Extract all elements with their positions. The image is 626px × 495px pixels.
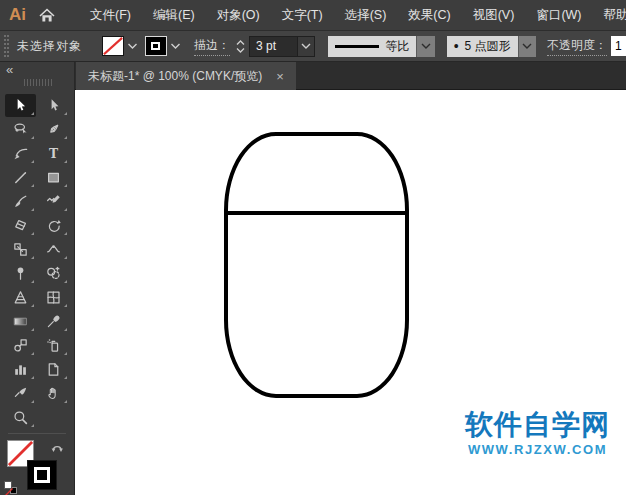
pen-tool[interactable]	[38, 118, 69, 141]
menu-item-window[interactable]: 窗口(W)	[525, 0, 592, 30]
type-tool[interactable]: T	[38, 142, 69, 165]
hand-tool[interactable]	[38, 382, 69, 405]
direct-selection-arrow-icon	[45, 97, 62, 114]
menu-item-edit[interactable]: 编辑(E)	[142, 0, 206, 30]
fill-color-swatch[interactable]	[102, 36, 124, 56]
blend-tool[interactable]	[5, 334, 36, 357]
selection-status: 未选择对象	[17, 38, 82, 55]
shaper-icon	[45, 193, 62, 210]
scale-tool[interactable]	[5, 238, 36, 261]
menu-item-object[interactable]: 对象(O)	[206, 0, 271, 30]
swap-fill-stroke-icon[interactable]	[50, 441, 65, 454]
symbol-sprayer-tool[interactable]	[38, 334, 69, 357]
shape-builder-tool[interactable]	[38, 262, 69, 285]
knife-icon	[12, 385, 29, 402]
eraser-tool[interactable]	[5, 214, 36, 237]
tools-grid: T	[5, 94, 71, 430]
width-profile-select[interactable]: 等比	[328, 36, 416, 57]
width-icon	[45, 241, 62, 258]
puppet-warp-pin-icon	[12, 265, 29, 282]
tab-close-icon[interactable]: ×	[276, 70, 284, 83]
rectangle-icon	[45, 169, 62, 186]
menu-item-effect[interactable]: 效果(C)	[397, 0, 461, 30]
opacity-label[interactable]: 不透明度：	[547, 37, 607, 56]
rotate-icon	[45, 217, 62, 234]
knife-tool[interactable]	[5, 382, 36, 405]
default-fill-stroke-button[interactable]	[4, 481, 17, 494]
watermark: 软件自学网 WWW.RJZXW.COM	[465, 411, 610, 456]
rotate-tool[interactable]	[38, 214, 69, 237]
menu-item-help[interactable]: 帮助(H)	[593, 0, 626, 30]
perspective-grid-icon	[12, 289, 29, 306]
hand-icon	[45, 385, 62, 402]
opacity-input[interactable]: 1	[611, 36, 626, 56]
brush-dropdown[interactable]	[518, 36, 536, 57]
width-profile-value: 等比	[385, 38, 409, 55]
gradient-icon	[12, 313, 29, 330]
zoom-tool[interactable]	[5, 406, 36, 429]
stroke-weight-input[interactable]: 3 pt	[249, 36, 298, 57]
stroke-weight-stepper[interactable]	[236, 40, 245, 53]
puppet-warp-tool[interactable]	[5, 262, 36, 285]
curvature-icon	[12, 145, 29, 162]
artboard-icon	[45, 361, 62, 378]
selection-tool[interactable]	[5, 94, 36, 117]
rounded-rectangle-shape[interactable]	[224, 132, 409, 398]
eyedropper-icon	[45, 313, 62, 330]
curvature-tool[interactable]	[5, 142, 36, 165]
menu-item-file[interactable]: 文件(F)	[79, 0, 142, 30]
watermark-title: 软件自学网	[465, 411, 610, 439]
chevron-down-icon	[127, 42, 138, 50]
stroke-proxy-swatch[interactable]	[27, 460, 57, 490]
scale-icon	[12, 241, 29, 258]
shape-divider-line[interactable]	[224, 211, 409, 215]
perspective-grid-tool[interactable]	[5, 286, 36, 309]
stroke-weight-dropdown[interactable]	[298, 36, 315, 57]
document-tab[interactable]: 未标题-1* @ 100% (CMYK/预览) ×	[76, 62, 296, 90]
stepper-down-icon	[236, 47, 245, 53]
mesh-tool[interactable]	[38, 286, 69, 309]
eraser-icon	[12, 217, 29, 234]
controlbar-grip[interactable]	[4, 35, 9, 57]
artboard-canvas[interactable]: 软件自学网 WWW.RJZXW.COM	[75, 90, 626, 495]
fill-swatch-dropdown[interactable]	[127, 42, 138, 50]
column-graph-tool[interactable]	[5, 358, 36, 381]
menu-item-view[interactable]: 视图(V)	[462, 0, 526, 30]
line-segment-tool[interactable]	[5, 166, 36, 189]
menu-item-select[interactable]: 选择(S)	[334, 0, 398, 30]
lasso-tool[interactable]	[5, 118, 36, 141]
fill-stroke-controls	[0, 437, 74, 495]
document-tab-bar: 未标题-1* @ 100% (CMYK/预览) ×	[75, 62, 626, 90]
tools-panel: «	[0, 62, 75, 495]
watermark-url: WWW.RJZXW.COM	[465, 443, 610, 456]
gradient-tool[interactable]	[5, 310, 36, 333]
shaper-tool[interactable]	[38, 190, 69, 213]
eyedropper-tool[interactable]	[38, 310, 69, 333]
stroke-color-swatch[interactable]	[145, 36, 167, 56]
home-icon	[39, 8, 55, 23]
panel-collapse-button[interactable]: «	[6, 63, 11, 76]
shape-builder-icon	[45, 265, 62, 282]
app-logo: Ai	[9, 5, 26, 25]
mini-none-slash-icon	[5, 488, 13, 495]
width-profile-dropdown[interactable]	[416, 36, 434, 57]
selection-arrow-icon	[12, 97, 29, 114]
artboard-tool[interactable]	[38, 358, 69, 381]
direct-selection-tool[interactable]	[38, 94, 69, 117]
paintbrush-tool[interactable]	[5, 190, 36, 213]
stroke-proxy-icon	[34, 467, 50, 483]
brush-dot-icon: •	[454, 38, 459, 54]
tools-divider	[8, 433, 66, 434]
chevron-down-icon	[301, 42, 311, 50]
illustrator-window: Ai 文件(F) 编辑(E) 对象(O) 文字(T) 选择(S) 效果(C) 视…	[0, 0, 626, 495]
stroke-weight-label[interactable]: 描边：	[194, 37, 230, 56]
brush-select[interactable]: • 5 点圆形	[447, 36, 518, 57]
paintbrush-icon	[12, 193, 29, 210]
stroke-swatch-dropdown[interactable]	[170, 42, 181, 50]
menu-item-type[interactable]: 文字(T)	[271, 0, 334, 30]
width-tool[interactable]	[38, 238, 69, 261]
panel-drag-handle[interactable]	[24, 79, 52, 86]
rectangle-tool[interactable]	[38, 166, 69, 189]
stepper-up-icon	[236, 40, 245, 46]
home-button[interactable]	[39, 8, 55, 23]
